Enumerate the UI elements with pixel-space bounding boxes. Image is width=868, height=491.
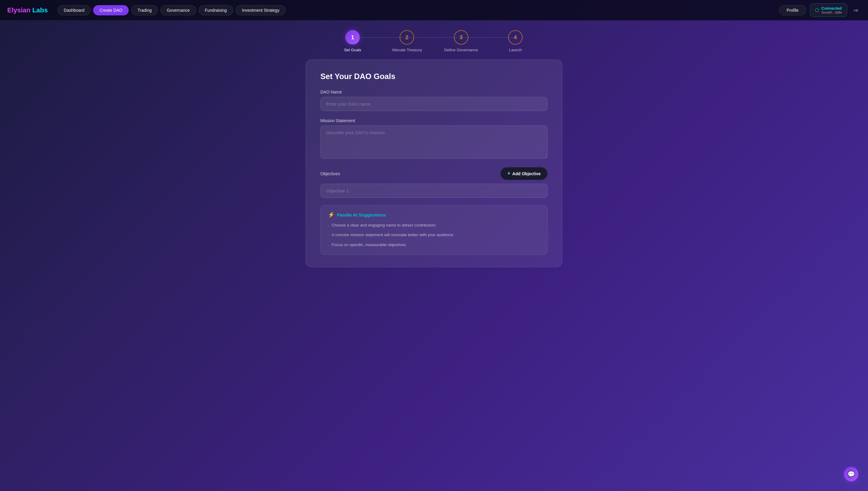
mission-field-group: Mission Statement — [320, 118, 548, 160]
logo-labs: Labs — [30, 6, 48, 14]
connected-wallet[interactable]: ⬡ Connected 0xcebF...3d8e — [810, 3, 847, 17]
step-3-label: Define Governance — [444, 48, 478, 52]
dao-name-field-group: DAO Name — [320, 90, 548, 111]
objectives-header: Objectives + Add Objective — [320, 167, 548, 180]
navbar: Elysian Labs Dashboard Create DAO Tradin… — [0, 0, 868, 21]
dao-goals-card: Set Your DAO Goals DAO Name Mission Stat… — [306, 59, 562, 267]
logout-button[interactable]: ⇒ — [851, 5, 861, 15]
objectives-label: Objectives — [320, 171, 340, 176]
plus-icon: + — [507, 170, 510, 177]
profile-button[interactable]: Profile — [779, 5, 806, 16]
mission-label: Mission Statement — [320, 118, 548, 123]
chat-bubble[interactable]: 💬 — [844, 467, 858, 481]
ai-suggestion-1: · Choose a clear and engaging name to at… — [328, 222, 540, 229]
wallet-info: Connected 0xcebF...3d8e — [822, 6, 842, 14]
logo: Elysian Labs — [7, 6, 48, 14]
nav-trading[interactable]: Trading — [131, 5, 158, 16]
dao-name-input[interactable] — [320, 97, 548, 111]
nav-links: Dashboard Create DAO Trading Governance … — [58, 5, 779, 16]
step-define-governance[interactable]: 3 Define Governance — [434, 30, 488, 52]
ai-title: Pandie AI Suggestions — [337, 212, 386, 218]
ai-suggestion-3: · Focus on specific, measurable objectiv… — [328, 242, 540, 249]
logo-elysian: Elysian — [7, 6, 30, 14]
wallet-icon: ⬡ — [815, 7, 819, 13]
ai-suggestions-panel: ⚡ Pandie AI Suggestions · Choose a clear… — [320, 205, 548, 255]
connected-label: Connected — [822, 6, 842, 10]
nav-right: Profile ⬡ Connected 0xcebF...3d8e ⇒ — [779, 3, 861, 17]
nav-create-dao[interactable]: Create DAO — [93, 5, 129, 16]
dao-name-label: DAO Name — [320, 90, 548, 94]
step-allocate-treasury[interactable]: 2 Allocate Treasury — [380, 30, 434, 52]
ai-suggestion-text-2: A concise mission statement will resonat… — [332, 232, 453, 238]
objective-1-input[interactable] — [320, 184, 548, 198]
ai-suggestion-text-1: Choose a clear and engaging name to attr… — [332, 222, 435, 228]
step-1-circle: 1 — [345, 30, 360, 45]
bullet-icon-1: · — [328, 222, 329, 229]
chat-icon: 💬 — [847, 470, 855, 478]
main-container: Set Your DAO Goals DAO Name Mission Stat… — [299, 59, 569, 282]
ai-header: ⚡ Pandie AI Suggestions — [328, 211, 540, 218]
objectives-field-group: Objectives + Add Objective — [320, 167, 548, 198]
bullet-icon-2: · — [328, 232, 329, 238]
step-1-label: Set Goals — [344, 48, 361, 52]
step-launch[interactable]: 4 Launch — [488, 30, 542, 52]
nav-governance[interactable]: Governance — [160, 5, 196, 16]
logout-icon: ⇒ — [853, 7, 858, 13]
step-4-circle: 4 — [508, 30, 523, 45]
step-4-label: Launch — [509, 48, 522, 52]
step-2-label: Allocate Treasury — [392, 48, 422, 52]
bullet-icon-3: · — [328, 242, 329, 249]
nav-fundraising[interactable]: Fundraising — [198, 5, 233, 16]
ai-suggestion-2: · A concise mission statement will reson… — [328, 232, 540, 238]
card-title: Set Your DAO Goals — [320, 72, 548, 81]
step-3-circle: 3 — [454, 30, 468, 45]
wallet-address: 0xcebF...3d8e — [822, 10, 842, 14]
step-set-goals[interactable]: 1 Set Goals — [326, 30, 380, 52]
step-2-circle: 2 — [400, 30, 414, 45]
stepper: 1 Set Goals 2 Allocate Treasury 3 Define… — [0, 21, 868, 59]
ai-icon: ⚡ — [328, 211, 335, 218]
ai-suggestion-text-3: Focus on specific, measurable objectives — [332, 242, 406, 248]
mission-textarea[interactable] — [320, 125, 548, 158]
nav-dashboard[interactable]: Dashboard — [58, 5, 91, 16]
add-objective-button[interactable]: + Add Objective — [500, 167, 548, 180]
nav-investment-strategy[interactable]: Investment Strategy — [236, 5, 286, 16]
add-objective-label: Add Objective — [513, 171, 541, 176]
